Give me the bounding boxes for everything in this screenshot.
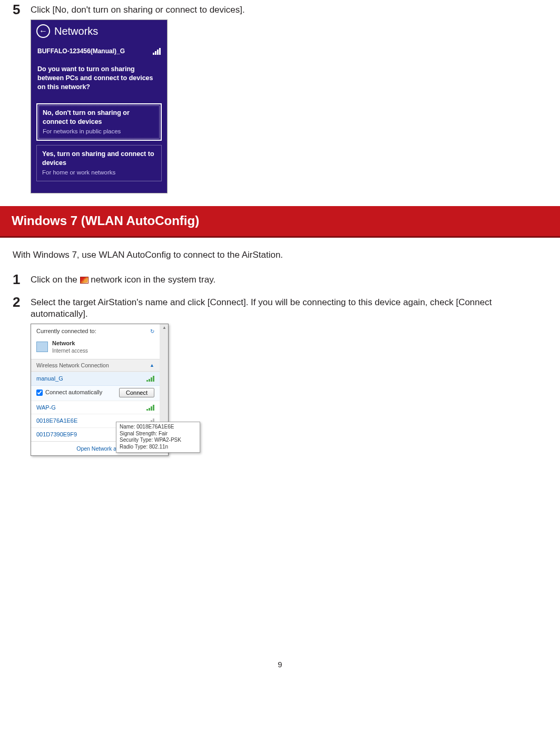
tooltip-name: Name: 0018E76A1E6E: [120, 424, 197, 431]
tooltip-radio: Radio Type: 802.11n: [120, 444, 197, 451]
signal-icon: [153, 47, 161, 55]
step-5-number: 5: [13, 2, 31, 193]
wifi-row-wap-g[interactable]: WAP-G: [31, 401, 160, 414]
section-heading-win7: Windows 7 (WLAN AutoConfig): [0, 206, 560, 237]
page-number: 9: [0, 659, 560, 670]
connect-button[interactable]: Connect: [119, 388, 154, 397]
step-5-text: Click [No, don't turn on sharing or conn…: [31, 4, 547, 16]
win8-sharing-question: Do you want to turn on sharing between P…: [31, 65, 167, 99]
option-yes-title: Yes, turn on sharing and connect to devi…: [42, 150, 156, 168]
currently-connected-label: Currently connected to:: [36, 327, 96, 335]
wifi-row-expanded: Connect automatically Connect: [31, 385, 160, 401]
option-no-sharing[interactable]: No, don't turn on sharing or connect to …: [36, 103, 162, 141]
tooltip-security: Security Type: WPA2-PSK: [120, 437, 197, 444]
connect-auto-input[interactable]: [36, 390, 43, 396]
signal-icon: [146, 375, 154, 382]
back-icon[interactable]: ←: [36, 24, 50, 38]
network-tray-icon: [80, 277, 89, 284]
step-1-text: Click on the network icon in the system …: [31, 274, 547, 286]
option-no-title: No, don't turn on sharing or connect to …: [43, 109, 155, 126]
step-2-number: 2: [13, 295, 31, 456]
wireless-section-heading: Wireless Network Connection: [36, 362, 109, 369]
wifi-row-manual-g[interactable]: manual_G: [31, 372, 160, 385]
option-yes-sub: For home or work networks: [42, 169, 156, 177]
step-2-text: Select the target AirStation's name and …: [31, 297, 547, 321]
win8-ssid: BUFFALO-123456(Manual)_G: [37, 47, 125, 55]
wifi-name: 0018E76A1E6E: [36, 417, 77, 425]
wifi-name: manual_G: [36, 375, 63, 383]
option-yes-sharing[interactable]: Yes, turn on sharing and connect to devi…: [36, 145, 162, 181]
connected-network-name: Network: [52, 339, 88, 347]
step-1-number: 1: [13, 272, 31, 289]
win8-networks-panel: ← Networks BUFFALO-123456(Manual)_G Do y…: [31, 20, 168, 193]
option-no-sub: For networks in public places: [43, 128, 155, 136]
tooltip-signal: Signal Strength: Fair: [120, 431, 197, 437]
connect-automatically-checkbox[interactable]: Connect automatically: [36, 388, 102, 396]
connected-network-status: Internet access: [52, 347, 88, 355]
win7-intro-text: With Windows 7, use WLAN AutoConfig to c…: [0, 238, 560, 270]
wifi-name: 001D7390E9F9: [36, 431, 77, 439]
network-adapter-icon: [36, 342, 48, 352]
connect-auto-label: Connect automatically: [45, 388, 102, 396]
win8-networks-title: Networks: [54, 24, 98, 38]
refresh-icon[interactable]: ↻: [150, 328, 154, 335]
signal-icon: [146, 404, 154, 411]
wifi-tooltip: Name: 0018E76A1E6E Signal Strength: Fair…: [116, 422, 200, 453]
wifi-name: WAP-G: [36, 404, 56, 412]
collapse-icon[interactable]: ▲: [150, 362, 154, 368]
